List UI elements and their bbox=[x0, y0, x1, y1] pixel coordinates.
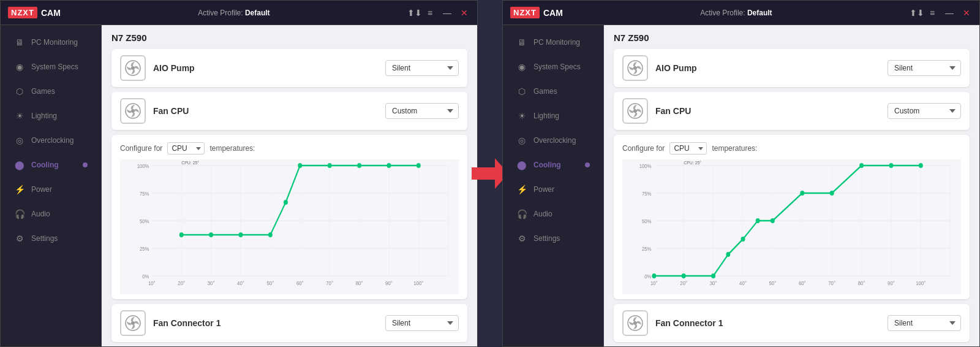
active-indicator-right bbox=[585, 162, 590, 167]
sidebar-item-settings-left[interactable]: ⚙ Settings bbox=[4, 227, 97, 250]
sidebar-label-pc-monitoring: PC Monitoring bbox=[31, 38, 78, 47]
logo-cam-left: CAM bbox=[41, 8, 61, 18]
sidebar-label-power-right: Power bbox=[533, 185, 554, 194]
chart-container-right: 100% 75% 50% 25% 0% 10° 20° 30° 40° 50° … bbox=[622, 159, 961, 294]
fan-connector-1-name-right: Fan Connector 1 bbox=[655, 318, 888, 328]
sidebar-item-cooling-right[interactable]: ⬤ Cooling bbox=[507, 153, 600, 177]
sidebar-label-cooling: Cooling bbox=[31, 161, 59, 169]
audio-icon-right: 🎧 bbox=[516, 208, 527, 219]
aio-pump-select-left[interactable]: Silent Performance Custom Fixed bbox=[385, 60, 459, 76]
svg-point-53 bbox=[633, 109, 637, 113]
svg-text:80°: 80° bbox=[858, 280, 865, 286]
chart-svg-left: 100% 75% 50% 25% 0% 10° 20° 30° 40° 50° … bbox=[120, 159, 459, 294]
svg-rect-54 bbox=[622, 159, 961, 294]
fan-cpu-name-left: Fan CPU bbox=[153, 106, 385, 116]
sidebar-item-pc-monitoring-right[interactable]: 🖥 PC Monitoring bbox=[507, 31, 600, 54]
titlebar-right: NZXT CAM Active Profile: Default ⬆⬇ ≡ — … bbox=[503, 1, 979, 25]
sidebar-item-power-left[interactable]: ⚡ Power bbox=[4, 178, 97, 201]
main-layout-left: 🖥 PC Monitoring ◉ System Specs ⬡ Games ☀… bbox=[1, 25, 477, 346]
sidebar-left: 🖥 PC Monitoring ◉ System Specs ⬡ Games ☀… bbox=[1, 25, 102, 346]
sidebar-item-audio-right[interactable]: 🎧 Audio bbox=[507, 202, 600, 226]
sidebar-item-power-right[interactable]: ⚡ Power bbox=[507, 178, 600, 201]
svg-point-87 bbox=[682, 273, 686, 278]
games-icon: ⬡ bbox=[14, 86, 25, 97]
sidebar-item-system-specs-left[interactable]: ◉ System Specs bbox=[4, 55, 97, 78]
sidebar-item-lighting-left[interactable]: ☀ Lighting bbox=[4, 104, 97, 128]
minimize-btn-right[interactable]: — bbox=[944, 8, 955, 18]
svg-point-90 bbox=[741, 237, 745, 242]
sidebar-item-games-right[interactable]: ⬡ Games bbox=[507, 80, 600, 103]
svg-rect-4 bbox=[120, 159, 459, 294]
sidebar-item-pc-monitoring-left[interactable]: 🖥 PC Monitoring bbox=[4, 31, 97, 54]
svg-text:90°: 90° bbox=[385, 280, 393, 286]
svg-text:40°: 40° bbox=[739, 280, 747, 286]
settings-icon-right: ⚙ bbox=[516, 233, 527, 244]
svg-point-91 bbox=[756, 218, 760, 223]
sidebar-item-settings-right[interactable]: ⚙ Settings bbox=[507, 227, 600, 250]
svg-point-40 bbox=[284, 200, 288, 205]
aio-pump-icon-left bbox=[120, 55, 146, 81]
svg-point-96 bbox=[889, 163, 893, 168]
logo-nzxt-right: NZXT bbox=[510, 7, 540, 18]
device-title-left: N7 Z590 bbox=[111, 32, 467, 43]
menu-btn-left[interactable]: ≡ bbox=[424, 8, 435, 18]
svg-text:CPU: 25°: CPU: 25° bbox=[181, 160, 199, 166]
lighting-icon-right: ☀ bbox=[516, 110, 527, 121]
profile-arrows-left[interactable]: ⬆⬇ bbox=[407, 8, 418, 18]
svg-point-42 bbox=[328, 163, 332, 168]
svg-point-45 bbox=[417, 163, 421, 168]
svg-text:50%: 50% bbox=[642, 218, 652, 224]
svg-text:10°: 10° bbox=[650, 280, 658, 286]
sidebar-item-system-specs-right[interactable]: ◉ System Specs bbox=[507, 55, 600, 78]
menu-btn-right[interactable]: ≡ bbox=[927, 8, 938, 18]
svg-text:75%: 75% bbox=[140, 190, 149, 197]
settings-icon: ⚙ bbox=[14, 233, 25, 244]
temperatures-label-left: temperatures: bbox=[209, 144, 255, 153]
power-icon-right: ⚡ bbox=[516, 184, 527, 195]
chart-header-left: Configure for CPU GPU Liquid temperature… bbox=[120, 142, 459, 154]
svg-point-94 bbox=[830, 191, 834, 196]
svg-point-38 bbox=[239, 232, 243, 237]
sidebar-item-games-left[interactable]: ⬡ Games bbox=[4, 80, 97, 103]
svg-point-86 bbox=[652, 273, 656, 278]
close-btn-right[interactable]: ✕ bbox=[961, 8, 972, 18]
fan-cpu-card-right: Fan CPU Silent Performance Custom Fixed bbox=[614, 92, 970, 130]
sidebar-item-audio-left[interactable]: 🎧 Audio bbox=[4, 202, 97, 226]
sensor-select-left[interactable]: CPU GPU Liquid bbox=[167, 142, 205, 154]
right-panel: NZXT CAM Active Profile: Default ⬆⬇ ≡ — … bbox=[502, 0, 980, 347]
profile-arrows-right[interactable]: ⬆⬇ bbox=[910, 8, 921, 18]
svg-point-41 bbox=[298, 163, 302, 168]
svg-point-88 bbox=[711, 273, 715, 278]
fan-cpu-select-left[interactable]: Silent Performance Custom Fixed bbox=[385, 103, 459, 119]
fan-cpu-select-right[interactable]: Silent Performance Custom Fixed bbox=[888, 103, 961, 119]
svg-point-1 bbox=[131, 66, 135, 70]
logo-right: NZXT CAM bbox=[510, 7, 563, 18]
sensor-select-right[interactable]: CPU GPU Liquid bbox=[669, 142, 707, 154]
audio-icon: 🎧 bbox=[14, 208, 25, 219]
aio-pump-card-right: AIO Pump Silent Performance Custom Fixed bbox=[614, 49, 970, 87]
svg-text:20°: 20° bbox=[178, 280, 185, 286]
logo-cam-right: CAM bbox=[543, 8, 563, 18]
aio-pump-select-right[interactable]: Silent Performance Custom Fixed bbox=[888, 60, 961, 76]
chart-card-left: Configure for CPU GPU Liquid temperature… bbox=[111, 135, 467, 299]
svg-text:CPU: 25°: CPU: 25° bbox=[684, 160, 701, 166]
svg-point-43 bbox=[357, 163, 361, 168]
fan-connector-1-select-right[interactable]: Silent Performance Custom Fixed bbox=[888, 315, 961, 331]
sidebar-item-overclocking-right[interactable]: ◎ Overclocking bbox=[507, 129, 600, 152]
left-panel: NZXT CAM Active Profile: Default ⬆⬇ ≡ — … bbox=[0, 0, 478, 347]
fan-cpu-icon-left bbox=[120, 98, 146, 124]
svg-point-3 bbox=[131, 109, 135, 113]
svg-point-92 bbox=[771, 218, 775, 223]
sidebar-label-audio-right: Audio bbox=[533, 210, 552, 218]
sidebar-item-cooling-left[interactable]: ⬤ Cooling bbox=[4, 153, 97, 177]
svg-point-36 bbox=[179, 232, 184, 237]
fan-connector-1-card-right: Fan Connector 1 Silent Performance Custo… bbox=[614, 304, 970, 342]
minimize-btn-left[interactable]: — bbox=[442, 8, 453, 18]
sidebar-item-lighting-right[interactable]: ☀ Lighting bbox=[507, 104, 600, 128]
svg-text:100°: 100° bbox=[413, 280, 423, 286]
monitor-icon-right: 🖥 bbox=[516, 37, 527, 48]
sidebar-item-overclocking-left[interactable]: ◎ Overclocking bbox=[4, 129, 97, 152]
close-btn-left[interactable]: ✕ bbox=[459, 8, 470, 18]
svg-point-99 bbox=[633, 321, 637, 325]
fan-connector-1-select-left[interactable]: Silent Performance Custom Fixed bbox=[385, 315, 459, 331]
